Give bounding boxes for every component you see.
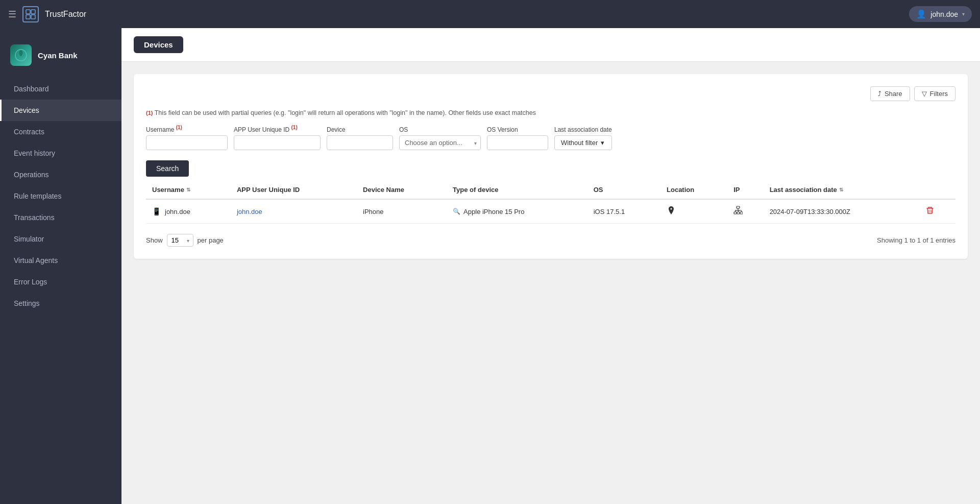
sort-icon-last-assoc: ⇅ (839, 187, 843, 193)
sidebar-item-settings[interactable]: Settings (0, 293, 121, 314)
cell-location[interactable] (660, 199, 727, 224)
sidebar-item-dashboard[interactable]: Dashboard (0, 78, 121, 100)
username-sup: (1) (176, 125, 182, 130)
share-button[interactable]: ⤴ Share (870, 86, 910, 101)
page-content: ⤴ Share ▽ Filters (1) This field can be … (121, 62, 980, 504)
filters-button[interactable]: ▽ Filters (914, 86, 955, 101)
app-user-id-link[interactable]: john.doe (237, 208, 262, 215)
app-logo (22, 6, 39, 22)
network-icon[interactable] (733, 208, 743, 217)
os-version-input[interactable] (487, 135, 548, 150)
col-app-user-id: APP User Unique ID (231, 181, 357, 199)
col-actions (919, 181, 955, 199)
table-body: 📱 john.doe john.doe iPhone 🔍 Apple iPhon… (146, 199, 955, 224)
main-layout: Cyan Bank DashboardDevicesContractsEvent… (0, 28, 980, 504)
sidebar-item-error-logs[interactable]: Error Logs (0, 271, 121, 293)
col-last-assoc-date: Last association date ⇅ (764, 181, 920, 199)
cell-username: 📱 john.doe (146, 199, 231, 224)
os-label: OS (399, 126, 481, 133)
os-select[interactable]: Choose an option... iOS Android (399, 135, 481, 150)
sidebar-item-devices[interactable]: Devices (0, 100, 121, 121)
cell-delete[interactable] (919, 199, 955, 224)
app-user-id-filter-group: APP User Unique ID (1) (234, 125, 321, 150)
per-page-wrapper: 15 25 50 100 ▾ (167, 234, 193, 247)
device-filter-group: Device (327, 126, 393, 150)
last-assoc-sort[interactable]: Last association date ⇅ (770, 186, 843, 194)
col-ip: IP (727, 181, 763, 199)
table-row: 📱 john.doe john.doe iPhone 🔍 Apple iPhon… (146, 199, 955, 224)
col-username: Username ⇅ (146, 181, 231, 199)
svg-rect-6 (737, 212, 740, 214)
sidebar-item-event-history[interactable]: Event history (0, 142, 121, 164)
without-filter-label: Without filter (561, 139, 598, 147)
sidebar-item-rule-templates[interactable]: Rule templates (0, 185, 121, 207)
os-version-filter-group: OS Version (487, 126, 548, 150)
sidebar-item-transactions[interactable]: Transactions (0, 207, 121, 228)
app-name: TrustFactor (45, 10, 86, 19)
user-name: john.doe (930, 10, 958, 18)
hamburger-menu[interactable]: ☰ (8, 9, 16, 20)
sidebar-item-contracts[interactable]: Contracts (0, 121, 121, 142)
svg-rect-3 (31, 15, 35, 19)
svg-rect-0 (26, 10, 30, 14)
username-filter-group: Username (1) (146, 125, 228, 150)
show-label: Show (146, 236, 163, 244)
type-search-icon: 🔍 (453, 208, 460, 215)
svg-rect-7 (740, 212, 743, 214)
app-user-id-label: APP User Unique ID (1) (234, 125, 321, 133)
svg-rect-4 (737, 206, 740, 208)
nav-list: DashboardDevicesContractsEvent historyOp… (0, 78, 121, 314)
cell-ip[interactable] (727, 199, 763, 224)
sidebar: Cyan Bank DashboardDevicesContractsEvent… (0, 28, 121, 504)
app-user-id-input[interactable] (234, 135, 321, 150)
filter-card: ⤴ Share ▽ Filters (1) This field can be … (134, 74, 968, 259)
device-input[interactable] (327, 135, 393, 150)
col-type-of-device: Type of device (447, 181, 587, 199)
location-icon[interactable] (667, 208, 676, 217)
cell-type-of-device: 🔍 Apple iPhone 15 Pro (447, 199, 587, 224)
user-avatar-icon: 👤 (916, 9, 926, 19)
pagination-row: Show 15 25 50 100 ▾ per page Show (146, 234, 955, 247)
card-actions: ⤴ Share ▽ Filters (146, 86, 955, 101)
pagination-left: Show 15 25 50 100 ▾ per page (146, 234, 224, 247)
col-location: Location (660, 181, 727, 199)
svg-rect-1 (31, 10, 35, 14)
username-label: Username (1) (146, 125, 228, 133)
filters-label: Filters (930, 90, 948, 98)
col-os: OS (587, 181, 660, 199)
info-sup: (1) (146, 110, 153, 116)
username-sort[interactable]: Username ⇅ (152, 186, 190, 194)
share-icon: ⤴ (878, 90, 881, 98)
table-header-row: Username ⇅ APP User Unique ID Device Nam… (146, 181, 955, 199)
device-label: Device (327, 126, 393, 133)
os-version-label: OS Version (487, 126, 548, 133)
user-menu[interactable]: 👤 john.doe ▾ (909, 6, 972, 22)
sort-icon-username: ⇅ (186, 187, 190, 193)
without-filter-button[interactable]: Without filter ▾ (554, 135, 612, 150)
last-assoc-filter-group: Last association date Without filter ▾ (554, 126, 612, 150)
cell-app-user-id: john.doe (231, 199, 357, 224)
topbar: ☰ TrustFactor 👤 john.doe ▾ (0, 0, 980, 28)
cell-os: iOS 17.5.1 (587, 199, 660, 224)
filter-icon: ▽ (922, 90, 927, 98)
filter-row: Username (1) APP User Unique ID (1) Devi… (146, 125, 955, 150)
username-input[interactable] (146, 135, 228, 150)
os-select-wrapper: Choose an option... iOS Android ▾ (399, 135, 481, 150)
sidebar-item-operations[interactable]: Operations (0, 164, 121, 185)
cell-device-name: iPhone (357, 199, 447, 224)
search-button[interactable]: Search (146, 160, 189, 177)
org-header: Cyan Bank (0, 36, 121, 78)
svg-rect-5 (734, 212, 737, 214)
device-icon: 📱 (152, 207, 161, 215)
table-header: Username ⇅ APP User Unique ID Device Nam… (146, 181, 955, 199)
delete-icon[interactable] (925, 208, 935, 217)
per-page-select[interactable]: 15 25 50 100 (167, 234, 193, 247)
share-label: Share (885, 90, 902, 98)
type-device-value: Apple iPhone 15 Pro (463, 208, 524, 215)
svg-rect-2 (26, 15, 30, 19)
os-filter-group: OS Choose an option... iOS Android ▾ (399, 126, 481, 150)
username-value: john.doe (165, 208, 190, 215)
sidebar-item-simulator[interactable]: Simulator (0, 228, 121, 250)
sidebar-item-virtual-agents[interactable]: Virtual Agents (0, 250, 121, 271)
page-title: Devices (134, 36, 183, 53)
